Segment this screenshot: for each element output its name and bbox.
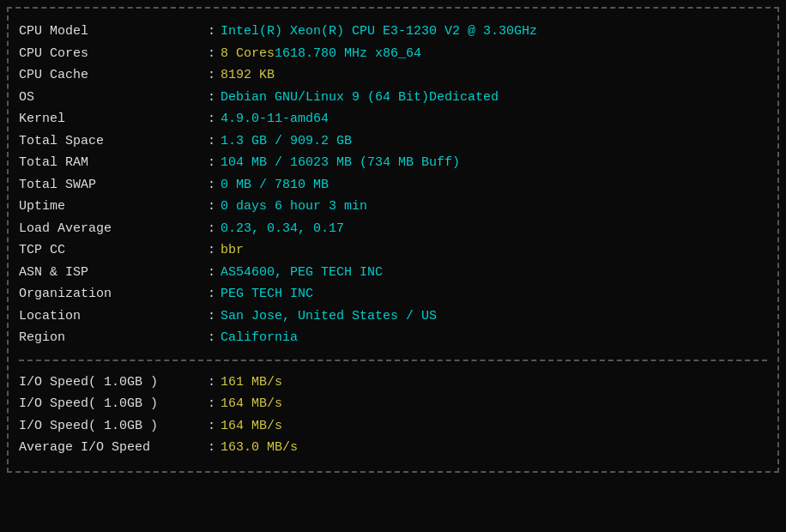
region-row: Region : California	[19, 327, 767, 349]
os-value-main: Debian GNU/Linux 9 (64 Bit)	[221, 87, 429, 109]
asn-isp-label: ASN & ISP	[19, 262, 208, 284]
avg-io-speed-value: 163.0 MB/s	[221, 437, 298, 459]
kernel-row: Kernel : 4.9.0-11-amd64	[19, 108, 767, 130]
region-colon: :	[208, 327, 215, 349]
tcp-cc-value: bbr	[221, 239, 244, 262]
cpu-cores-rest: 1618.780 MHz x86_64	[275, 43, 421, 65]
organization-colon: :	[208, 283, 215, 305]
organization-value: PEG TECH INC	[221, 283, 313, 305]
total-ram-row: Total RAM : 104 MB / 16023 MB (734 MB Bu…	[19, 152, 767, 174]
cpu-model-label: CPU Model	[19, 21, 208, 43]
io-speed-3-row: I/O Speed( 1.0GB ) : 164 MB/s	[19, 415, 767, 438]
os-label: OS	[19, 87, 208, 109]
tcp-cc-row: TCP CC : bbr	[19, 239, 767, 262]
cpu-cores-label: CPU Cores	[19, 43, 208, 65]
cpu-cache-value: 8192 KB	[221, 64, 275, 87]
avg-io-speed-row: Average I/O Speed : 163.0 MB/s	[19, 437, 767, 459]
total-space-colon: :	[208, 130, 215, 153]
io-speed-1-colon: :	[208, 372, 215, 394]
organization-row: Organization : PEG TECH INC	[19, 283, 767, 305]
io-speed-3-label: I/O Speed( 1.0GB )	[19, 415, 208, 438]
load-average-row: Load Average : 0.23, 0.34, 0.17	[19, 218, 767, 240]
io-speed-2-row: I/O Speed( 1.0GB ) : 164 MB/s	[19, 393, 767, 415]
region-label: Region	[19, 327, 208, 349]
location-value: San Jose, United States / US	[221, 305, 437, 328]
total-ram-value: 104 MB / 16023 MB (734 MB Buff)	[221, 152, 460, 174]
io-speed-2-value: 164 MB/s	[221, 393, 282, 415]
total-swap-row: Total SWAP : 0 MB / 7810 MB	[19, 174, 767, 196]
io-speed-1-value: 161 MB/s	[221, 372, 282, 394]
cpu-cache-colon: :	[208, 64, 215, 87]
cpu-cores-count: 8 Cores	[221, 43, 275, 65]
cpu-cores-row: CPU Cores : 8 Cores 1618.780 MHz x86_64	[19, 43, 767, 65]
kernel-value: 4.9.0-11-amd64	[221, 108, 329, 130]
cpu-model-value: Intel(R) Xeon(R) CPU E3-1230 V2 @ 3.30GH…	[221, 21, 537, 43]
organization-label: Organization	[19, 283, 208, 305]
system-info-section: CPU Model : Intel(R) Xeon(R) CPU E3-1230…	[19, 15, 767, 354]
total-space-label: Total Space	[19, 130, 208, 153]
total-swap-label: Total SWAP	[19, 174, 208, 196]
os-colon: :	[208, 87, 215, 109]
asn-isp-value: AS54600, PEG TECH INC	[221, 262, 383, 284]
io-speed-3-colon: :	[208, 415, 215, 438]
total-space-value: 1.3 GB / 909.2 GB	[221, 130, 352, 153]
location-colon: :	[208, 305, 215, 328]
total-ram-label: Total RAM	[19, 152, 208, 174]
cpu-cores-colon: :	[208, 43, 215, 65]
section-divider	[19, 360, 767, 361]
os-row: OS : Debian GNU/Linux 9 (64 Bit) Dedicat…	[19, 87, 767, 109]
cpu-cache-row: CPU Cache : 8192 KB	[19, 64, 767, 87]
tcp-cc-label: TCP CC	[19, 239, 208, 262]
uptime-row: Uptime : 0 days 6 hour 3 min	[19, 196, 767, 218]
uptime-label: Uptime	[19, 196, 208, 218]
cpu-model-row: CPU Model : Intel(R) Xeon(R) CPU E3-1230…	[19, 21, 767, 43]
io-speed-2-colon: :	[208, 393, 215, 415]
load-average-label: Load Average	[19, 218, 208, 240]
cpu-cache-label: CPU Cache	[19, 64, 208, 87]
total-swap-colon: :	[208, 174, 215, 196]
load-average-value: 0.23, 0.34, 0.17	[221, 218, 344, 240]
asn-isp-row: ASN & ISP : AS54600, PEG TECH INC	[19, 262, 767, 284]
os-dedicated: Dedicated	[429, 87, 499, 109]
total-space-row: Total Space : 1.3 GB / 909.2 GB	[19, 130, 767, 153]
region-value: California	[221, 327, 298, 349]
total-swap-value: 0 MB / 7810 MB	[221, 174, 329, 196]
tcp-cc-colon: :	[208, 239, 215, 262]
location-label: Location	[19, 305, 208, 328]
cpu-model-colon: :	[208, 21, 215, 43]
kernel-colon: :	[208, 108, 215, 130]
main-container: CPU Model : Intel(R) Xeon(R) CPU E3-1230…	[7, 7, 779, 473]
kernel-label: Kernel	[19, 108, 208, 130]
asn-isp-colon: :	[208, 262, 215, 284]
io-speed-1-label: I/O Speed( 1.0GB )	[19, 372, 208, 394]
location-row: Location : San Jose, United States / US	[19, 305, 767, 328]
uptime-colon: :	[208, 196, 215, 218]
total-ram-colon: :	[208, 152, 215, 174]
load-average-colon: :	[208, 218, 215, 240]
avg-io-speed-colon: :	[208, 437, 215, 459]
avg-io-speed-label: Average I/O Speed	[19, 437, 208, 459]
io-speed-3-value: 164 MB/s	[221, 415, 282, 438]
uptime-value: 0 days 6 hour 3 min	[221, 196, 367, 218]
io-speed-2-label: I/O Speed( 1.0GB )	[19, 393, 208, 415]
io-speed-section: I/O Speed( 1.0GB ) : 161 MB/s I/O Speed(…	[19, 366, 767, 464]
io-speed-1-row: I/O Speed( 1.0GB ) : 161 MB/s	[19, 372, 767, 394]
